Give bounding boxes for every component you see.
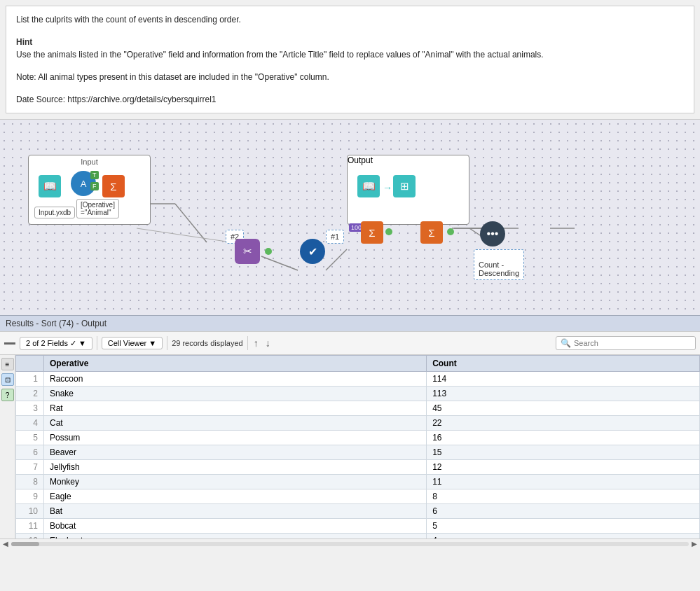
operative-cell: Bobcat	[44, 519, 427, 534]
record-cell: 4	[16, 416, 44, 431]
records-label: 29 records displayed	[172, 339, 243, 347]
result-label-1: #1	[326, 230, 344, 244]
table-row: 8Monkey11	[16, 475, 700, 489]
output-book-icon: 📖	[357, 175, 380, 197]
search-icon: 🔍	[561, 338, 571, 348]
fields-selector[interactable]: 2 of 2 Fields ✓ ▼	[20, 337, 92, 350]
table-row: 12Elephant4	[16, 534, 700, 539]
record-cell: 5	[16, 431, 44, 445]
count-cell: 6	[427, 504, 700, 519]
connector-dot-2	[385, 228, 392, 235]
data-table: Operative Count 1Raccoon1142Snake1133Rat…	[15, 355, 700, 538]
record-cell: 9	[16, 489, 44, 504]
count-cell: 45	[427, 401, 700, 416]
count-descending-label: Count - Descending	[474, 249, 524, 280]
toolbar-separator-1	[97, 336, 97, 350]
operative-cell: Rat	[44, 401, 427, 416]
browse-icon: ⊞	[393, 175, 416, 197]
summarize-icon-2: Σ	[361, 221, 383, 244]
record-cell: 7	[16, 460, 44, 475]
output-node-box: Output 📖 → ⊞	[347, 155, 469, 225]
hint-text: Use the animals listed in the "Operative…	[16, 48, 684, 61]
output-arrow: →	[383, 182, 392, 193]
count-cell: 8	[427, 489, 700, 504]
table-row: 2Snake113	[16, 387, 700, 401]
operative-cell: Cat	[44, 416, 427, 431]
input-book-icon: 📖	[39, 175, 61, 197]
scroll-right-arrow[interactable]: ▶	[692, 540, 697, 548]
input-file-label: Input.yxdb	[34, 207, 75, 218]
input-box-title: Input	[29, 155, 150, 168]
operative-header: Operative	[44, 356, 427, 372]
filter-operative-label: [Operative] ="Animal"	[76, 199, 119, 218]
table-row: 5Possum16	[16, 431, 700, 445]
toolbar: 2 of 2 Fields ✓ ▼ Cell Viewer ▼ 29 recor…	[0, 331, 700, 355]
input-node-box: Input 📖 A T F Σ Input.yxdb [Operative] =…	[28, 155, 151, 225]
cell-viewer-button[interactable]: Cell Viewer ▼	[102, 337, 163, 349]
table-wrapper: ≡ ⊡ ? Operative Count 1Raccoon1142Snake1…	[0, 355, 700, 538]
type-side-icon[interactable]: ⊡	[1, 373, 14, 386]
toolbar-separator-3	[247, 336, 248, 350]
record-cell: 10	[16, 504, 44, 519]
hamburger-icon[interactable]	[4, 342, 15, 345]
record-header	[16, 356, 44, 372]
horizontal-scrollbar[interactable]: ◀ ▶	[0, 538, 700, 548]
up-arrow-button[interactable]: ↑	[252, 338, 260, 349]
count-cell: 4	[427, 534, 700, 539]
operative-cell: Eagle	[44, 489, 427, 504]
summarize-icon-3: Σ	[420, 221, 443, 244]
operative-cell: Possum	[44, 431, 427, 445]
record-cell: 12	[16, 534, 44, 539]
scroll-left-arrow[interactable]: ◀	[3, 540, 8, 548]
table-row: 6Beaver15	[16, 445, 700, 460]
scroll-thumb[interactable]	[11, 542, 39, 546]
record-cell: 1	[16, 372, 44, 387]
t-badge: T	[90, 171, 99, 179]
svg-line-5	[326, 249, 347, 270]
count-header: Count	[427, 356, 700, 372]
table-row: 3Rat45	[16, 401, 700, 416]
f-badge: F	[90, 182, 99, 190]
cell-viewer-arrow: ▼	[149, 339, 156, 347]
down-arrow-button[interactable]: ↓	[264, 338, 272, 349]
table-row: 9Eagle8	[16, 489, 700, 504]
record-cell: 2	[16, 387, 44, 401]
operative-cell: Monkey	[44, 475, 427, 489]
browse-dots-icon: •••	[480, 221, 505, 246]
toolbar-separator-2	[167, 336, 167, 350]
record-cell: 8	[16, 475, 44, 489]
svg-line-4	[261, 256, 298, 270]
toolbar-left-icons	[4, 342, 15, 345]
operative-cell: Bat	[44, 504, 427, 519]
table-row: 7Jellyfish12	[16, 460, 700, 475]
count-cell: 5	[427, 519, 700, 534]
hint-label: Hint	[16, 36, 684, 48]
count-cell: 22	[427, 416, 700, 431]
operative-cell: Raccoon	[44, 372, 427, 387]
fields-label: 2 of 2 Fields	[26, 339, 68, 347]
filter-side-icon[interactable]: ≡	[1, 358, 14, 370]
operative-cell: Beaver	[44, 445, 427, 460]
table-row: 4Cat22	[16, 416, 700, 431]
table-row: 10Bat6	[16, 504, 700, 519]
record-cell: 6	[16, 445, 44, 460]
record-cell: 11	[16, 519, 44, 534]
operative-cell: Jellyfish	[44, 460, 427, 475]
cell-viewer-label: Cell Viewer	[108, 339, 146, 347]
operative-cell: Snake	[44, 387, 427, 401]
count-cell: 113	[427, 387, 700, 401]
instruction-note: Note: All animal types present in this d…	[16, 71, 684, 83]
search-input[interactable]	[574, 339, 691, 347]
help-side-icon[interactable]: ?	[1, 389, 14, 401]
summarize-icon-1: Σ	[102, 175, 125, 197]
down-icon: ▼	[78, 339, 86, 347]
output-box-title: Output	[348, 155, 469, 165]
table-row: 11Bobcat5	[16, 519, 700, 534]
count-cell: 16	[427, 431, 700, 445]
instruction-main: List the culprits with the count of even…	[16, 13, 684, 26]
hint-keyword: Hint	[16, 37, 32, 47]
check-icon: ✓	[70, 339, 76, 348]
filter-tool-icon: ✔	[300, 239, 325, 264]
formula-tool-icon: ✂	[235, 239, 260, 264]
instruction-panel: List the culprits with the count of even…	[6, 6, 694, 113]
